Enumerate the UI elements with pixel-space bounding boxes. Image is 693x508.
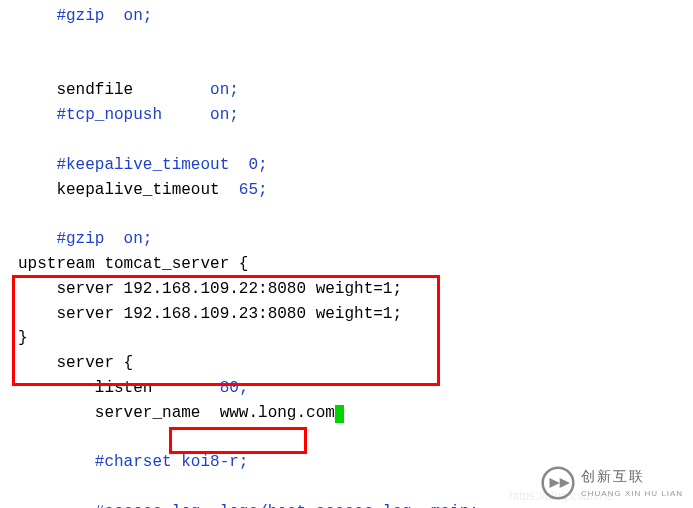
server-open: server { [56,354,133,372]
pad [133,81,210,99]
access-log-path: logs/host.access.log [220,503,412,508]
comment-charset: #charset [95,453,172,471]
brand-logo: 创新互联 CHUANG XIN HU LIAN [541,466,683,500]
pad [200,503,219,508]
pad [229,156,248,174]
brand-text-en: CHUANG XIN HU LIAN [581,488,683,500]
directive-keepalive: keepalive_timeout [56,181,219,199]
cursor-icon [335,405,344,423]
upstream-close: } [18,329,28,347]
comment-gzip: #gzip on; [56,7,152,25]
directive-listen: listen [95,379,153,397]
upstream-open: upstream tomcat_server { [18,255,248,273]
directive-server-name: server_name [95,404,201,422]
indent [18,453,95,471]
indent [18,81,56,99]
comment-access-log: #access_log [95,503,201,508]
value-on: on; [210,81,239,99]
comment-keepalive: #keepalive_timeout [56,156,229,174]
indent [18,280,56,298]
value-80: 80; [220,379,249,397]
directive-sendfile: sendfile [56,81,133,99]
access-log-main: main; [431,503,479,508]
value-0: 0; [248,156,267,174]
pad [152,379,219,397]
indent [18,156,56,174]
indent [18,230,56,248]
pad [172,453,182,471]
brand-icon [541,466,575,500]
pad [412,503,431,508]
code-block: #gzip on; sendfile on; #tcp_nopush on; #… [0,0,693,508]
server-192-168-109-22: server 192.168.109.22:8080 weight=1; [56,280,402,298]
brand-text-cn: 创新互联 [581,466,683,488]
indent [18,106,56,124]
value-65: 65; [239,181,268,199]
indent [18,503,95,508]
server-192-168-109-23: server 192.168.109.23:8080 weight=1; [56,305,402,323]
value-koi8r: koi8-r; [181,453,248,471]
pad [162,106,210,124]
value-on: on; [210,106,239,124]
indent [18,379,95,397]
indent [18,305,56,323]
indent [18,7,56,25]
comment-gzip: #gzip on; [56,230,152,248]
indent [18,181,56,199]
comment-tcp-nopush: #tcp_nopush [56,106,162,124]
server-name-value: www.long.com [220,404,335,422]
indent [18,404,95,422]
pad [220,181,239,199]
pad [200,404,219,422]
indent [18,354,56,372]
